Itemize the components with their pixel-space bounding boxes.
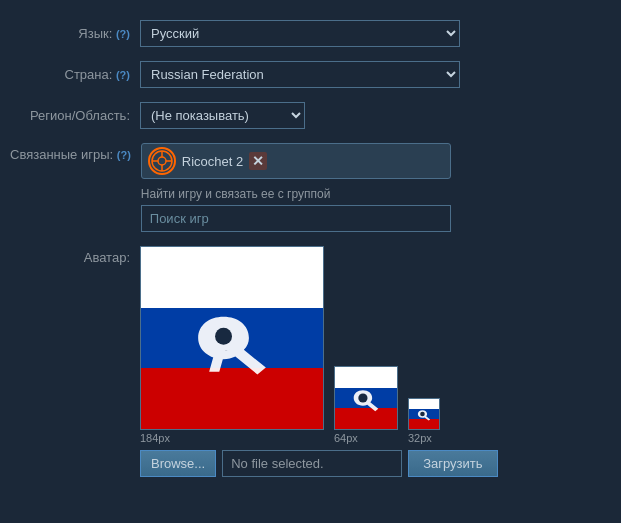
country-select[interactable]: Russian Federation United States Germany… [140, 61, 460, 88]
browse-button[interactable]: Browse... [140, 450, 216, 477]
language-label: Язык: (?) [10, 26, 140, 41]
svg-point-9 [420, 412, 425, 417]
avatar-large-item: 184px [140, 246, 324, 444]
language-help-icon[interactable]: (?) [116, 28, 130, 40]
game-name: Ricochet 2 [182, 154, 243, 169]
country-label: Страна: (?) [10, 67, 140, 82]
language-select[interactable]: Русский English Deutsch Français [140, 20, 460, 47]
steam-logo-overlay-large [177, 298, 287, 378]
avatar-large [140, 246, 324, 430]
steam-logo-small [414, 407, 434, 422]
country-label-text: Страна: [65, 67, 113, 82]
language-label-text: Язык: [78, 26, 112, 41]
steam-logo-overlay-medium [346, 383, 386, 413]
region-select[interactable]: (Не показывать) Москва Санкт-Петербург [140, 102, 305, 129]
associated-games-help-icon[interactable]: (?) [117, 149, 131, 161]
find-game-input[interactable] [141, 205, 451, 232]
svg-point-1 [158, 157, 166, 165]
avatar-small-item: 32px [408, 398, 440, 444]
ricochet-icon [151, 150, 173, 172]
avatar-row: Аватар: [10, 246, 611, 477]
country-help-icon[interactable]: (?) [116, 69, 130, 81]
game-tag: Ricochet 2 ✕ [141, 143, 451, 179]
steam-logo-overlay-small [414, 407, 434, 422]
associated-games-label: Связанные игры: (?) [10, 143, 141, 162]
avatar-content: 184px [140, 246, 498, 477]
avatar-previews: 184px [140, 246, 498, 444]
game-icon [148, 147, 176, 175]
avatar-label-text: Аватар: [84, 250, 130, 265]
find-game-label: Найти игру и связать ее с группой [141, 187, 451, 201]
upload-button[interactable]: Загрузить [408, 450, 497, 477]
avatar-small [408, 398, 440, 430]
svg-point-8 [358, 393, 367, 402]
country-row: Страна: (?) Russian Federation United St… [10, 61, 611, 88]
file-selected-display: No file selected. [222, 450, 402, 477]
region-label-text: Регион/Область: [30, 108, 130, 123]
avatar-medium-item: 64px [334, 366, 398, 444]
associated-games-row: Связанные игры: (?) Ricochet 2 ✕ Найти и… [10, 143, 611, 232]
avatar-large-size-label: 184px [140, 432, 170, 444]
find-game-section: Найти игру и связать ее с группой [141, 187, 451, 232]
avatar-label: Аватар: [10, 246, 140, 265]
svg-point-7 [215, 328, 232, 345]
avatar-medium-size-label: 64px [334, 432, 358, 444]
remove-game-button[interactable]: ✕ [249, 152, 267, 170]
region-row: Регион/Область: (Не показывать) Москва С… [10, 102, 611, 129]
steam-logo-large [177, 298, 287, 378]
language-row: Язык: (?) Русский English Deutsch França… [10, 20, 611, 47]
associated-games-label-text: Связанные игры: [10, 147, 113, 162]
associated-games-content: Ricochet 2 ✕ Найти игру и связать ее с г… [141, 143, 451, 232]
region-label: Регион/Область: [10, 108, 140, 123]
steam-logo-medium [346, 383, 386, 413]
avatar-small-size-label: 32px [408, 432, 432, 444]
upload-row: Browse... No file selected. Загрузить [140, 450, 498, 477]
avatar-medium [334, 366, 398, 430]
